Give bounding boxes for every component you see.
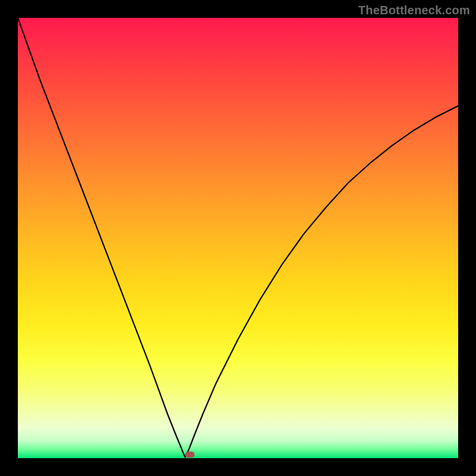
minimum-marker <box>185 452 195 458</box>
plot-area <box>18 18 458 458</box>
watermark-label: TheBottleneck.com <box>358 4 470 17</box>
chart-stage: TheBottleneck.com <box>0 0 476 476</box>
bottleneck-curve <box>18 18 458 458</box>
curve-path <box>18 18 458 458</box>
